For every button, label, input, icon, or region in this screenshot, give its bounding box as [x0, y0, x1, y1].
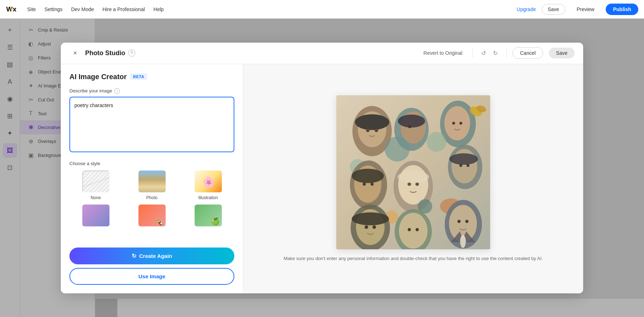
nav-site[interactable]: Site [27, 6, 36, 12]
style-label: Choose a style [69, 161, 234, 166]
ai-title: AI Image Creator [69, 73, 127, 81]
upgrade-button[interactable]: Upgrade [517, 6, 536, 12]
use-image-button[interactable]: Use Image [69, 268, 234, 285]
top-bar-actions: Upgrade Save Preview Publish [517, 4, 638, 15]
modal-header: × Photo Studio ? Revert to Original ↺ ↻ … [61, 43, 583, 64]
undo-redo-group: ↺ ↻ [478, 48, 501, 59]
modal-close-button[interactable]: × [69, 47, 81, 59]
wix-logo: W i x [6, 3, 19, 16]
describe-textarea[interactable]: poetry characters [69, 97, 234, 152]
disclaimer-text: Make sure you don't enter any personal i… [284, 255, 543, 262]
style-none-thumb [82, 170, 110, 193]
beta-badge: BETA [130, 73, 147, 80]
style-6-thumb [194, 204, 223, 227]
style-illustration-label: Illustration [198, 195, 218, 200]
style-6[interactable] [182, 204, 234, 229]
generated-image-svg [336, 95, 490, 249]
redo-button[interactable]: ↻ [490, 48, 501, 59]
modal-overlay: × Photo Studio ? Revert to Original ↺ ↻ … [0, 19, 644, 317]
style-4[interactable] [69, 204, 122, 229]
style-5[interactable] [126, 204, 178, 229]
top-nav: Site Settings Dev Mode Hire a Profession… [27, 6, 164, 12]
style-photo[interactable]: Photo [126, 170, 178, 200]
svg-text:x: x [13, 5, 16, 13]
action-buttons: ↻ Create Again Use Image [69, 248, 234, 285]
preview-button[interactable]: Preview [571, 4, 600, 14]
svg-text:i: i [10, 5, 12, 13]
ai-header: AI Image Creator BETA [69, 73, 234, 81]
style-photo-thumb [138, 170, 166, 193]
style-section: Choose a style None [69, 161, 234, 229]
divider [472, 48, 473, 58]
cancel-button[interactable]: Cancel [512, 47, 543, 59]
modal-help-icon[interactable]: ? [128, 49, 135, 57]
create-again-icon: ↻ [132, 253, 136, 259]
revert-to-original-button[interactable]: Revert to Original [419, 48, 467, 58]
undo-button[interactable]: ↺ [478, 48, 489, 59]
svg-rect-55 [336, 95, 490, 249]
style-illustration-thumb: 🌸 [194, 170, 223, 193]
top-bar: W i x Site Settings Dev Mode Hire a Prof… [0, 0, 644, 19]
style-none[interactable]: None [69, 170, 122, 200]
describe-label: Describe your image i [69, 88, 234, 94]
nav-hire[interactable]: Hire a Professional [103, 6, 145, 12]
describe-info-icon[interactable]: i [114, 88, 120, 94]
style-illustration[interactable]: 🌸 Illustration [182, 170, 234, 200]
publish-button[interactable]: Publish [606, 4, 638, 15]
generated-image [336, 95, 490, 249]
nav-dev-mode[interactable]: Dev Mode [71, 6, 94, 12]
nav-help[interactable]: Help [153, 6, 164, 12]
describe-section: Describe your image i poetry characters [69, 88, 234, 154]
image-preview-panel: Make sure you don't enter any personal i… [243, 64, 583, 293]
style-4-thumb [82, 204, 110, 227]
modal-body: AI Image Creator BETA Describe your imag… [61, 64, 583, 293]
nav-settings[interactable]: Settings [44, 6, 63, 12]
style-5-thumb [138, 204, 166, 227]
modal-save-button[interactable]: Save [549, 48, 575, 58]
create-again-button[interactable]: ↻ Create Again [69, 248, 234, 264]
style-grid: None Photo [69, 170, 234, 229]
style-photo-label: Photo [146, 195, 157, 200]
save-top-button[interactable]: Save [542, 4, 565, 15]
modal-header-actions: Revert to Original ↺ ↻ Cancel Save [419, 47, 575, 59]
ai-creator-panel: AI Image Creator BETA Describe your imag… [61, 64, 243, 293]
photo-studio-modal: × Photo Studio ? Revert to Original ↺ ↻ … [61, 43, 583, 293]
modal-title: Photo Studio [85, 49, 125, 57]
style-none-label: None [91, 195, 101, 200]
divider2 [506, 48, 507, 58]
